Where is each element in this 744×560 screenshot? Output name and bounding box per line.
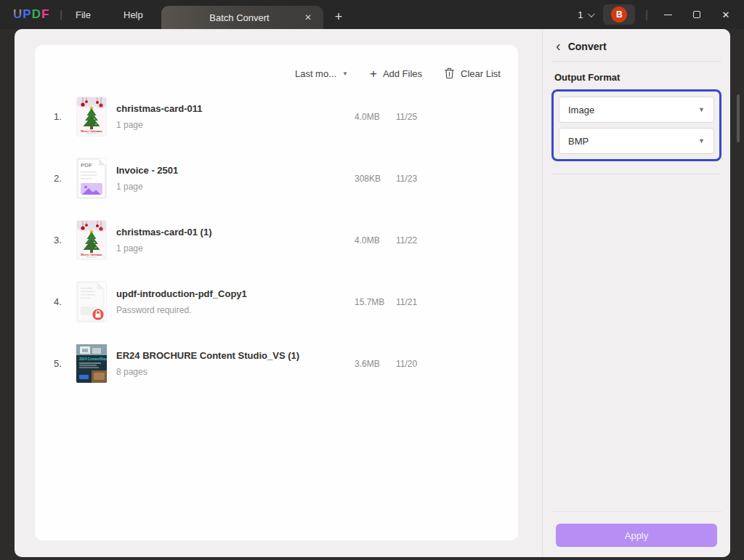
- plus-icon: +: [370, 68, 377, 80]
- chevron-left-icon: ‹: [556, 38, 561, 54]
- file-password-note: Password required.: [116, 305, 355, 315]
- format-value: BMP: [568, 136, 589, 147]
- file-name: updf-introduction-pdf_Copy1: [116, 288, 355, 299]
- clear-list-button[interactable]: Clear List: [444, 68, 501, 79]
- output-format-label: Output Format: [554, 72, 721, 83]
- file-row[interactable]: 2. PDF Invoice - 2501: [35, 147, 518, 209]
- file-thumbnail-christmas-card: Merry Christmas: [77, 221, 106, 259]
- logo-letter: D: [32, 7, 41, 21]
- clear-list-label: Clear List: [461, 68, 501, 79]
- scrollbar-thumb[interactable]: [737, 94, 740, 142]
- file-size: 4.0MB: [355, 235, 396, 245]
- file-row[interactable]: 5. 2024 ContentStudio: [35, 333, 518, 394]
- plus-icon: +: [335, 9, 343, 25]
- row-index: 1.: [54, 111, 68, 122]
- output-format-section: Output Format Image ▼ BMP ▼: [543, 62, 730, 174]
- row-index: 3.: [54, 235, 68, 245]
- close-icon: ✕: [304, 12, 312, 23]
- apply-button[interactable]: Apply: [556, 524, 717, 547]
- file-date: 11/25: [396, 112, 518, 122]
- sort-dropdown[interactable]: Last mo... ▼: [295, 68, 348, 79]
- row-index: 5.: [54, 358, 68, 369]
- file-date: 11/21: [396, 297, 518, 307]
- file-date: 11/23: [396, 174, 518, 184]
- avatar: B: [611, 7, 627, 23]
- tab-close-button[interactable]: ✕: [299, 8, 318, 27]
- svg-text:Merry Christmas: Merry Christmas: [81, 253, 102, 256]
- file-name: ER24 BROCHURE Content Studio_VS (1): [116, 350, 355, 361]
- titlebar-right: 1 B | ✕: [578, 0, 735, 29]
- file-row[interactable]: 3.: [35, 209, 518, 271]
- format-type-select[interactable]: Image ▼: [559, 97, 714, 123]
- convert-panel: ‹ Convert Output Format Image ▼ BMP ▼ Ap…: [542, 29, 730, 557]
- row-index: 2.: [54, 173, 68, 184]
- maximize-button[interactable]: [687, 5, 706, 24]
- file-pages: 1 page: [116, 182, 355, 192]
- file-size: 308KB: [355, 174, 396, 184]
- trash-icon: [444, 68, 455, 79]
- back-button[interactable]: ‹: [556, 41, 561, 51]
- main-content: Last mo... ▼ + Add Files Clear List: [15, 29, 730, 557]
- add-files-label: Add Files: [383, 68, 422, 79]
- menu-file[interactable]: File: [76, 0, 91, 29]
- format-select[interactable]: BMP ▼: [559, 128, 714, 154]
- tab-label: Batch Convert: [161, 12, 299, 23]
- list-toolbar: Last mo... ▼ + Add Files Clear List: [35, 45, 518, 86]
- file-row[interactable]: 1.: [35, 86, 518, 147]
- file-size: 4.0MB: [355, 112, 396, 122]
- svg-text:2024 ContentStudio: 2024 ContentStudio: [79, 357, 107, 361]
- file-name: christmas-card-01 (1): [116, 227, 355, 238]
- caret-down-icon: ▼: [342, 70, 348, 77]
- chevron-down-icon: [588, 10, 595, 17]
- file-date: 11/22: [396, 235, 518, 245]
- logo-letter: U: [13, 7, 23, 21]
- new-tab-button[interactable]: +: [328, 6, 349, 28]
- page-count-value: 1: [578, 9, 583, 20]
- brand: UPDF |: [13, 0, 62, 29]
- file-size: 15.7MB: [355, 297, 396, 307]
- file-date: 11/20: [396, 359, 518, 369]
- format-type-value: Image: [568, 105, 594, 115]
- logo-letter: F: [41, 7, 49, 21]
- file-row[interactable]: 4. updf-int: [35, 271, 518, 333]
- file-pages: 8 pages: [116, 367, 355, 377]
- page-count-dropdown[interactable]: 1: [578, 9, 593, 20]
- format-highlight-box: Image ▼ BMP ▼: [551, 89, 721, 161]
- minimize-button[interactable]: [658, 5, 677, 24]
- close-button[interactable]: ✕: [716, 5, 735, 24]
- minimize-icon: [664, 15, 672, 15]
- file-size: 3.6MB: [355, 359, 396, 369]
- add-files-button[interactable]: + Add Files: [370, 68, 422, 80]
- tab-batch-convert[interactable]: Batch Convert ✕: [161, 6, 323, 29]
- sort-label: Last mo...: [295, 68, 336, 79]
- maximize-icon: [693, 11, 700, 18]
- file-list: 1.: [35, 86, 518, 394]
- file-thumbnail-locked-pdf: [77, 282, 106, 322]
- file-thumbnail-brochure: 2024 ContentStudio: [76, 344, 107, 383]
- file-name: Invoice - 2501: [116, 165, 355, 176]
- panel-title: Convert: [568, 41, 607, 52]
- file-name: christmas-card-011: [116, 103, 355, 114]
- file-pages: 1 page: [116, 120, 355, 130]
- file-pages: 1 page: [116, 243, 355, 253]
- panel-header: ‹ Convert: [543, 29, 730, 61]
- file-thumbnail-pdf-invoice: PDF: [77, 158, 106, 198]
- caret-down-icon: ▼: [698, 137, 705, 145]
- svg-text:Merry Christmas: Merry Christmas: [81, 129, 102, 133]
- titlebar: UPDF | File Help Batch Convert ✕ + 1 B |…: [0, 0, 744, 29]
- file-list-card: Last mo... ▼ + Add Files Clear List: [35, 45, 518, 540]
- panel-footer: Apply: [543, 512, 730, 557]
- account-button[interactable]: B: [603, 4, 635, 25]
- updf-logo: UPDF: [13, 7, 49, 22]
- logo-letter: P: [23, 7, 31, 21]
- svg-text:PDF: PDF: [81, 162, 92, 169]
- caret-down-icon: ▼: [698, 106, 705, 113]
- panel-spacer: [543, 174, 730, 511]
- titlebar-separator: |: [60, 9, 62, 20]
- row-index: 4.: [54, 296, 68, 307]
- file-thumbnail-christmas-card: Merry Christmas: [77, 97, 106, 136]
- close-icon: ✕: [722, 9, 730, 20]
- titlebar-separator: |: [645, 9, 648, 20]
- menu-help[interactable]: Help: [124, 0, 143, 29]
